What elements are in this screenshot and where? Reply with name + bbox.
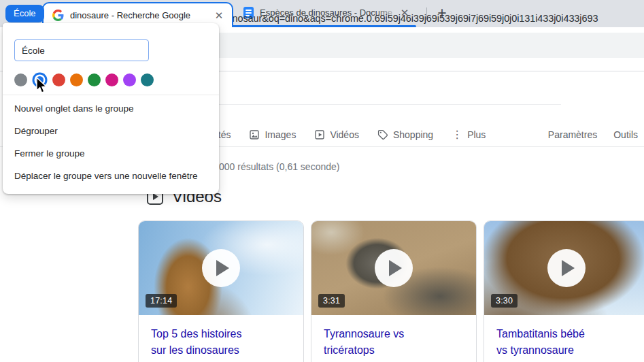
video-title-line: Tyrannosaure vs [324,326,464,342]
video-card[interactable]: 17:14 Top 5 des histoires sur les dinosa… [138,220,304,362]
google-favicon-icon [52,10,64,21]
menu-item-ungroup[interactable]: Dégrouper [3,120,219,142]
group-name-input[interactable] [14,39,149,61]
video-title-line: tricératops [324,342,464,359]
browser-window: École dinosaure - Recherche Google ✕ Esp… [0,0,644,362]
video-thumbnail[interactable]: 3:30 [484,221,644,315]
nav-item-plus[interactable]: ⋮ Plus [452,129,486,140]
more-icon: ⋮ [452,129,462,140]
play-icon[interactable] [202,249,240,287]
color-swatch-orange[interactable] [70,73,83,86]
video-duration-badge: 3:30 [491,294,518,308]
nav-item-shopping[interactable]: Shopping [377,129,433,140]
color-swatch-purple[interactable] [123,73,136,86]
video-title-line: sur les dinosaures [151,342,291,359]
nav-item-images[interactable]: Images [249,129,296,140]
video-thumbnail[interactable]: 17:14 [139,221,303,315]
nav-item-parametres[interactable]: Paramètres [548,129,597,140]
mouse-cursor [34,77,49,95]
menu-item-close-group[interactable]: Fermer le groupe [3,142,219,165]
tab-title: dinosaure - Recherche Google [70,10,213,20]
video-card[interactable]: 3:30 Tambatitanis bébé vs tyrannosaure [484,220,644,362]
video-title-link[interactable]: Top 5 des histoires sur les dinosaures [139,315,303,359]
results-nav: ualités Images Vidéos [203,127,486,142]
menu-items: Nouvel onglet dans le groupe Dégrouper F… [3,97,219,187]
video-icon [314,129,325,140]
color-swatch-red[interactable] [52,73,65,86]
url-text: =dinosaur&oq=dino&aqs=chrome.0.69i59j46i… [219,13,598,24]
nav-label: Shopping [393,129,433,140]
nav-item-videos[interactable]: Vidéos [314,129,359,140]
color-swatch-pink[interactable] [105,73,118,86]
results-stats: 000 résultats (0,61 seconde) [219,161,339,172]
close-icon[interactable]: ✕ [213,10,225,22]
menu-separator [3,95,219,95]
menu-item-move-group-to-new-window[interactable]: Déplacer le groupe vers une nouvelle fen… [3,165,219,187]
video-duration-badge: 3:31 [318,294,345,308]
video-title-link[interactable]: Tambatitanis bébé vs tyrannosaure [484,315,644,359]
image-icon [249,129,260,140]
results-nav-right: Paramètres Outils [548,127,638,142]
play-icon[interactable] [547,249,586,287]
video-title-line: vs tyrannosaure [496,342,637,359]
nav-label: Images [265,129,296,140]
tab-group-menu: Nouvel onglet dans le groupe Dégrouper F… [3,23,219,194]
video-title-line: Top 5 des histoires [151,326,291,342]
nav-label: Vidéos [330,129,359,140]
menu-item-new-tab-in-group[interactable]: Nouvel onglet dans le groupe [3,97,219,120]
video-title-line: Tambatitanis bébé [496,326,637,342]
nav-label: Plus [467,129,486,140]
video-thumbnail[interactable]: 3:31 [311,221,476,315]
tag-icon [377,129,388,140]
color-swatch-grey[interactable] [14,73,27,86]
video-duration-badge: 17:14 [146,294,177,308]
color-swatch-green[interactable] [88,73,101,86]
tab-group-label[interactable]: École [5,5,44,22]
play-icon[interactable] [375,249,413,287]
nav-item-outils[interactable]: Outils [613,129,638,140]
video-card[interactable]: 3:31 Tyrannosaure vs tricératops [311,220,477,362]
video-title-link[interactable]: Tyrannosaure vs tricératops [311,315,476,359]
color-swatch-teal[interactable] [141,73,154,86]
